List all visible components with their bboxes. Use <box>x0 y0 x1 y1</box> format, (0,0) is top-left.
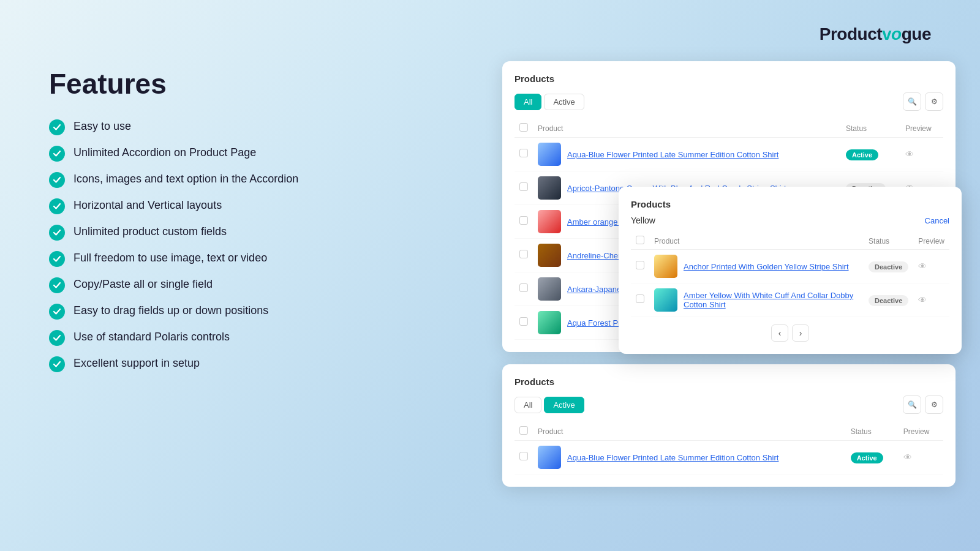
product-link[interactable]: Amber Yellow With White Cuff And Collar … <box>684 291 859 309</box>
product-thumbnail <box>654 255 677 278</box>
modal-header: Products <box>631 199 949 209</box>
status-badge-active: Active <box>846 149 878 160</box>
bottom-tab-actions: 🔍 ⚙ <box>903 395 943 414</box>
filter-icon-btn[interactable]: ⚙ <box>925 92 943 111</box>
prev-page-btn[interactable]: ‹ <box>771 324 788 342</box>
bottom-select-all[interactable] <box>519 426 528 435</box>
feature-item: Easy to drag fields up or down positions <box>49 303 343 320</box>
feature-item: Horizontal and Vertical layouts <box>49 198 343 214</box>
feature-check-icon-8 <box>49 330 65 346</box>
feature-check-icon-7 <box>49 304 65 320</box>
row-checkbox-0[interactable] <box>519 452 528 460</box>
table-row: Aqua-Blue Flower Printed Late Summer Edi… <box>514 138 943 171</box>
bottom-col-status: Status <box>846 422 899 441</box>
row-checkbox-1[interactable] <box>519 182 528 191</box>
table-row: Aqua-Blue Flower Printed Late Summer Edi… <box>514 441 943 474</box>
product-link[interactable]: Aqua-Blue Flower Printed Late Summer Edi… <box>567 150 778 159</box>
features-title: Features <box>49 67 343 100</box>
modal-pagination: ‹ › <box>631 324 949 342</box>
status-badge-deactive: Deactive <box>869 261 908 272</box>
ui-panels: Products All Active 🔍 ⚙ Product Status P… <box>502 61 956 487</box>
feature-text-6: Copy/Paste all or single field <box>74 277 213 292</box>
bottom-tab-bar: All Active 🔍 ⚙ <box>514 395 943 414</box>
next-page-btn[interactable]: › <box>792 324 809 342</box>
col-status: Status <box>841 119 900 138</box>
feature-check-icon-4 <box>49 225 65 241</box>
bottom-col-preview: Preview <box>899 422 943 441</box>
row-checkbox-2[interactable] <box>519 216 528 225</box>
modal-product-table: Product Status Preview Anchor Printed Wi… <box>631 233 949 317</box>
brand-accent-v: v <box>882 24 891 43</box>
feature-text-3: Horizontal and Vertical layouts <box>74 198 222 213</box>
modal-cancel[interactable]: Cancel <box>925 216 949 225</box>
table-row: Amber Yellow With White Cuff And Collar … <box>631 283 949 317</box>
bottom-filter-icon-btn[interactable]: ⚙ <box>925 395 943 414</box>
row-checkbox-1[interactable] <box>636 294 644 303</box>
search-icon-btn[interactable]: 🔍 <box>903 92 921 111</box>
features-panel: Features Easy to use Unlimited Accordion… <box>49 67 343 382</box>
row-checkbox-4[interactable] <box>519 283 528 292</box>
main-panel-title: Products <box>514 73 943 84</box>
feature-check-icon-3 <box>49 198 65 214</box>
col-product: Product <box>533 119 841 138</box>
brand-logo-char: o <box>891 24 902 43</box>
feature-item: Copy/Paste all or single field <box>49 277 343 293</box>
bottom-products-panel: Products All Active 🔍 ⚙ Product Status P… <box>502 364 956 487</box>
feature-check-icon-5 <box>49 251 65 267</box>
feature-check-icon-6 <box>49 277 65 293</box>
feature-text-9: Excellent support in setup <box>74 356 200 371</box>
product-cell: Amber Yellow With White Cuff And Collar … <box>654 288 859 312</box>
bottom-tab-all[interactable]: All <box>514 397 541 413</box>
bottom-product-table: Product Status Preview Aqua-Blue Flower … <box>514 422 943 474</box>
modal-search-bar: Cancel <box>631 216 949 225</box>
product-thumbnail <box>538 311 561 334</box>
preview-eye-icon[interactable]: 👁 <box>918 261 927 271</box>
bottom-panel-title: Products <box>514 377 943 387</box>
modal-panel: Products Cancel Product Status Preview A… <box>619 187 962 354</box>
product-thumbnail <box>538 176 561 200</box>
tab-all[interactable]: All <box>514 94 541 110</box>
bottom-tab-active[interactable]: Active <box>544 397 584 413</box>
modal-title: Products <box>631 199 671 209</box>
row-checkbox-0[interactable] <box>636 261 644 269</box>
feature-text-4: Unlimited product custom fields <box>74 224 227 239</box>
row-checkbox-0[interactable] <box>519 149 528 157</box>
main-tab-group: All Active <box>514 94 584 110</box>
features-list: Easy to use Unlimited Accordion on Produ… <box>49 119 343 372</box>
row-checkbox-5[interactable] <box>519 317 528 326</box>
feature-item: Unlimited Accordion on Product Page <box>49 145 343 162</box>
preview-eye-icon[interactable]: 👁 <box>918 295 927 305</box>
brand-name-part3: gue <box>902 24 931 43</box>
bottom-tab-group: All Active <box>514 397 584 413</box>
col-preview: Preview <box>900 119 943 138</box>
main-tab-actions: 🔍 ⚙ <box>903 92 943 111</box>
feature-item: Use of standard Polaris controls <box>49 329 343 346</box>
tab-active[interactable]: Active <box>544 94 584 110</box>
brand-name-part1: Product <box>820 24 882 43</box>
product-thumbnail <box>538 277 561 301</box>
preview-eye-icon[interactable]: 👁 <box>905 149 914 159</box>
modal-col-preview: Preview <box>913 233 949 250</box>
preview-eye-icon[interactable]: 👁 <box>903 452 912 462</box>
feature-text-5: Full freedom to use image, text or video <box>74 250 267 266</box>
product-thumbnail <box>654 288 677 312</box>
feature-item: Icons, images and text option in the Acc… <box>49 171 343 188</box>
feature-text-8: Use of standard Polaris controls <box>74 329 230 345</box>
feature-item: Easy to use <box>49 119 343 135</box>
feature-check-icon-9 <box>49 356 65 372</box>
modal-select-all[interactable] <box>636 236 644 244</box>
product-thumbnail <box>538 446 561 469</box>
product-link[interactable]: Aqua-Blue Flower Printed Late Summer Edi… <box>567 453 778 462</box>
feature-item: Excellent support in setup <box>49 356 343 372</box>
modal-search-input[interactable] <box>631 216 920 225</box>
product-link[interactable]: Anchor Printed With Golden Yellow Stripe… <box>684 262 849 271</box>
bottom-search-icon-btn[interactable]: 🔍 <box>903 395 921 414</box>
feature-item: Full freedom to use image, text or video <box>49 250 343 267</box>
product-cell: Aqua-Blue Flower Printed Late Summer Edi… <box>538 446 841 469</box>
feature-text-7: Easy to drag fields up or down positions <box>74 303 268 318</box>
main-select-all[interactable] <box>519 123 528 132</box>
feature-text-0: Easy to use <box>74 119 131 134</box>
product-thumbnail <box>538 143 561 166</box>
product-thumbnail <box>538 210 561 233</box>
row-checkbox-3[interactable] <box>519 250 528 258</box>
